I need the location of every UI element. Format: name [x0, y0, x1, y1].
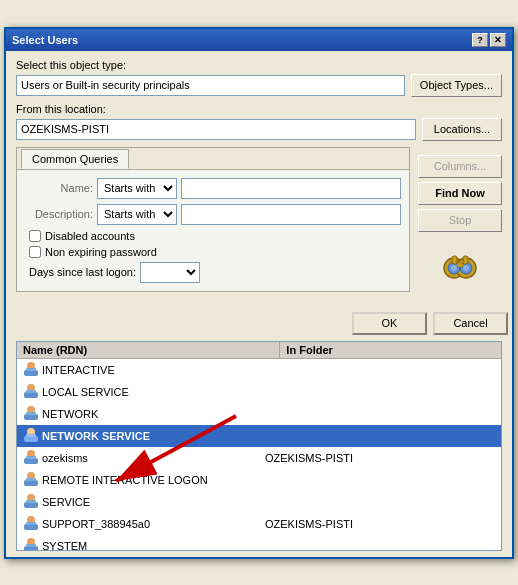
description-input[interactable]: [181, 204, 401, 225]
svg-point-8: [463, 265, 469, 271]
svg-rect-17: [26, 412, 36, 415]
user-icon: [23, 427, 39, 445]
svg-rect-11: [26, 368, 36, 371]
svg-rect-6: [463, 256, 468, 264]
table-row[interactable]: SYSTEM: [17, 535, 501, 551]
svg-rect-32: [26, 522, 36, 525]
disabled-accounts-label: Disabled accounts: [45, 230, 135, 242]
description-label: Description:: [25, 208, 93, 220]
dialog-content: Select this object type: Object Types...…: [6, 51, 512, 308]
results-header: Name (RDN) In Folder: [17, 342, 501, 359]
ok-button[interactable]: OK: [352, 312, 427, 335]
row-name-cell: INTERACTIVE: [17, 360, 259, 380]
table-row[interactable]: NETWORK: [17, 403, 501, 425]
locations-button[interactable]: Locations...: [422, 118, 502, 141]
user-icon: [23, 449, 39, 467]
search-icon: [418, 242, 502, 288]
user-icon: [23, 361, 39, 379]
col-folder: In Folder: [280, 342, 501, 358]
stop-button[interactable]: Stop: [418, 209, 502, 232]
svg-rect-20: [26, 434, 36, 437]
row-name-text: SYSTEM: [42, 540, 87, 551]
description-row: Description: Starts with: [25, 204, 401, 225]
name-starts-select[interactable]: Starts with: [97, 178, 177, 199]
non-expiring-row: Non expiring password: [25, 246, 401, 258]
days-since-select[interactable]: [140, 262, 200, 283]
object-types-button[interactable]: Object Types...: [411, 74, 502, 97]
svg-rect-5: [452, 256, 457, 264]
disabled-accounts-row: Disabled accounts: [25, 230, 401, 242]
table-row[interactable]: SERVICE: [17, 491, 501, 513]
row-name-text: ozekisms: [42, 452, 88, 464]
user-icon: [23, 405, 39, 423]
svg-rect-14: [26, 390, 36, 393]
user-icon: [23, 471, 39, 489]
row-folder-cell: [259, 545, 501, 547]
row-name-cell: SUPPORT_388945a0: [17, 514, 259, 534]
object-type-row: Object Types...: [16, 74, 502, 97]
tab-header: Common Queries: [17, 148, 409, 170]
table-row[interactable]: INTERACTIVE: [17, 359, 501, 381]
row-name-text: NETWORK SERVICE: [42, 430, 150, 442]
object-type-label: Select this object type:: [16, 59, 502, 71]
row-folder-cell: [259, 501, 501, 503]
row-folder-cell: [259, 369, 501, 371]
svg-rect-35: [26, 544, 36, 547]
results-rows: INTERACTIVE LOCAL SERVICE NETWORK NETWOR…: [17, 359, 501, 551]
row-name-cell: REMOTE INTERACTIVE LOGON: [17, 470, 259, 490]
table-row[interactable]: SUPPORT_388945a0OZEKISMS-PISTI: [17, 513, 501, 535]
row-name-text: NETWORK: [42, 408, 98, 420]
help-button[interactable]: ?: [472, 33, 488, 47]
days-since-row: Days since last logon:: [25, 262, 401, 283]
description-starts-select[interactable]: Starts with: [97, 204, 177, 225]
disabled-accounts-checkbox[interactable]: [29, 230, 41, 242]
col-name: Name (RDN): [17, 342, 280, 358]
find-now-button[interactable]: Find Now: [418, 182, 502, 205]
columns-button[interactable]: Columns...: [418, 155, 502, 178]
svg-point-7: [451, 265, 457, 271]
close-button[interactable]: ✕: [490, 33, 506, 47]
location-input[interactable]: [16, 119, 416, 140]
dialog-buttons: OK Cancel: [6, 308, 512, 341]
svg-rect-26: [26, 478, 36, 481]
results-wrapper: Name (RDN) In Folder INTERACTIVE LOCAL S…: [6, 341, 512, 551]
row-folder-cell: OZEKISMS-PISTI: [259, 451, 501, 465]
non-expiring-checkbox[interactable]: [29, 246, 41, 258]
table-row[interactable]: REMOTE INTERACTIVE LOGON: [17, 469, 501, 491]
table-row[interactable]: LOCAL SERVICE: [17, 381, 501, 403]
row-name-cell: SERVICE: [17, 492, 259, 512]
table-row[interactable]: NETWORK SERVICE: [17, 425, 501, 447]
name-input[interactable]: [181, 178, 401, 199]
user-icon: [23, 493, 39, 511]
svg-rect-23: [26, 456, 36, 459]
cancel-button[interactable]: Cancel: [433, 312, 508, 335]
row-folder-cell: [259, 479, 501, 481]
user-icon: [23, 383, 39, 401]
days-since-label: Days since last logon:: [29, 266, 136, 278]
svg-rect-29: [26, 500, 36, 503]
common-queries-tab[interactable]: Common Queries: [21, 149, 129, 169]
location-row: Locations...: [16, 118, 502, 141]
table-row[interactable]: ozekismsOZEKISMS-PISTI: [17, 447, 501, 469]
name-label: Name:: [25, 182, 93, 194]
title-bar: Select Users ? ✕: [6, 29, 512, 51]
row-folder-cell: [259, 413, 501, 415]
row-folder-cell: [259, 435, 501, 437]
row-name-text: SERVICE: [42, 496, 90, 508]
panel-fields: Name: Starts with Description: Starts wi…: [25, 178, 401, 283]
non-expiring-label: Non expiring password: [45, 246, 157, 258]
row-name-text: INTERACTIVE: [42, 364, 115, 376]
object-type-input[interactable]: [16, 75, 405, 96]
row-name-cell: LOCAL SERVICE: [17, 382, 259, 402]
dialog-title: Select Users: [12, 34, 78, 46]
select-users-dialog: Select Users ? ✕ Select this object type…: [4, 27, 514, 559]
results-table[interactable]: Name (RDN) In Folder INTERACTIVE LOCAL S…: [16, 341, 502, 551]
name-row: Name: Starts with: [25, 178, 401, 199]
row-name-cell: NETWORK: [17, 404, 259, 424]
row-folder-cell: [259, 391, 501, 393]
row-folder-cell: OZEKISMS-PISTI: [259, 517, 501, 531]
row-name-text: REMOTE INTERACTIVE LOGON: [42, 474, 208, 486]
row-name-cell: SYSTEM: [17, 536, 259, 551]
panel-body: Name: Starts with Description: Starts wi…: [17, 170, 409, 291]
location-label: From this location:: [16, 103, 502, 115]
